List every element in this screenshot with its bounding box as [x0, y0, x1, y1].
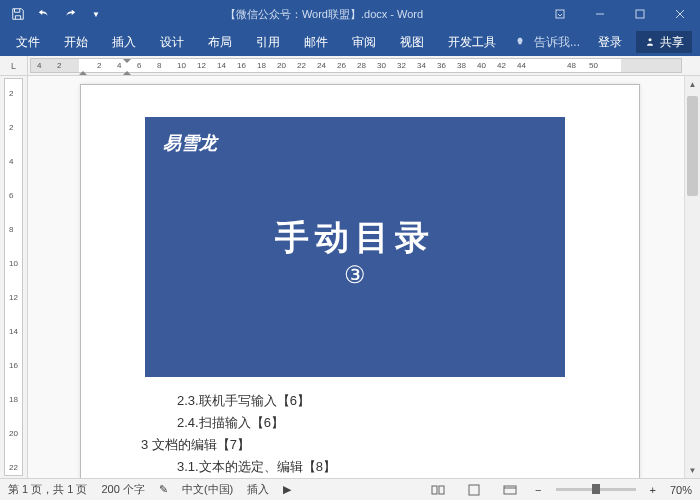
cover-title: 手动目录 — [145, 215, 565, 261]
share-button[interactable]: 共享 — [636, 31, 692, 53]
svg-rect-0 — [556, 10, 564, 18]
zoom-out-button[interactable]: − — [535, 484, 541, 496]
zoom-slider[interactable] — [556, 488, 636, 491]
login-button[interactable]: 登录 — [588, 34, 632, 51]
save-button[interactable] — [6, 2, 30, 26]
read-mode-button[interactable] — [427, 481, 449, 499]
document-area[interactable]: 易雪龙 手动目录 ③ 2.3.联机手写输入【6】 2.4.扫描输入【6】 3 文… — [28, 76, 700, 478]
zoom-slider-thumb[interactable] — [592, 484, 600, 494]
minimize-button[interactable] — [580, 0, 620, 28]
word-count[interactable]: 200 个字 — [101, 482, 144, 497]
scroll-down-button[interactable]: ▼ — [685, 462, 700, 478]
window-title: 【微信公众号：Word联盟】.docx - Word — [108, 7, 540, 22]
tab-file[interactable]: 文件 — [4, 28, 52, 56]
ribbon-options-button[interactable] — [540, 0, 580, 28]
vertical-ruler-area: 2246810121416182022 — [0, 76, 28, 478]
cover-number: ③ — [145, 261, 565, 289]
horizontal-ruler-area: L 42246810121416182022242628303234363840… — [0, 56, 700, 76]
maximize-button[interactable] — [620, 0, 660, 28]
toc: 2.3.联机手写输入【6】 2.4.扫描输入【6】 3 文档的编辑【7】 3.1… — [141, 390, 336, 478]
svg-rect-2 — [636, 10, 644, 18]
undo-button[interactable] — [32, 2, 56, 26]
toc-item: 3.1.文本的选定、编辑【8】 — [177, 456, 336, 478]
share-icon — [644, 36, 656, 48]
tab-developer[interactable]: 开发工具 — [436, 28, 508, 56]
print-layout-button[interactable] — [463, 481, 485, 499]
tell-me-input[interactable]: 告诉我... — [526, 34, 588, 51]
document-page: 易雪龙 手动目录 ③ 2.3.联机手写输入【6】 2.4.扫描输入【6】 3 文… — [80, 84, 640, 478]
quick-access-toolbar: ▼ — [0, 2, 108, 26]
redo-button[interactable] — [58, 2, 82, 26]
spellcheck-icon[interactable]: ✎ — [159, 483, 168, 496]
share-label: 共享 — [660, 34, 684, 51]
vertical-scrollbar[interactable]: ▲ ▼ — [684, 76, 700, 478]
tab-design[interactable]: 设计 — [148, 28, 196, 56]
tab-review[interactable]: 审阅 — [340, 28, 388, 56]
title-bar: ▼ 【微信公众号：Word联盟】.docx - Word — [0, 0, 700, 28]
tab-layout[interactable]: 布局 — [196, 28, 244, 56]
svg-rect-7 — [439, 486, 444, 494]
macro-icon[interactable]: ▶ — [283, 483, 291, 496]
lightbulb-icon — [514, 36, 526, 48]
page-count[interactable]: 第 1 页，共 1 页 — [8, 482, 87, 497]
cover-box: 易雪龙 手动目录 ③ — [145, 117, 565, 377]
scrollbar-thumb[interactable] — [687, 96, 698, 196]
qat-customize-button[interactable]: ▼ — [84, 2, 108, 26]
toc-item: 2.4.扫描输入【6】 — [177, 412, 336, 434]
language-status[interactable]: 中文(中国) — [182, 482, 233, 497]
svg-rect-6 — [432, 486, 437, 494]
ruler-corner[interactable]: L — [0, 56, 28, 75]
scroll-up-button[interactable]: ▲ — [685, 76, 700, 92]
insert-mode[interactable]: 插入 — [247, 482, 269, 497]
ribbon-tabs: 文件 开始 插入 设计 布局 引用 邮件 审阅 视图 开发工具 告诉我... 登… — [0, 28, 700, 56]
window-controls — [540, 0, 700, 28]
vertical-ruler[interactable]: 2246810121416182022 — [4, 78, 23, 476]
tab-view[interactable]: 视图 — [388, 28, 436, 56]
svg-rect-8 — [469, 485, 479, 495]
close-button[interactable] — [660, 0, 700, 28]
tab-home[interactable]: 开始 — [52, 28, 100, 56]
cover-logo: 易雪龙 — [163, 131, 217, 155]
zoom-in-button[interactable]: + — [650, 484, 656, 496]
horizontal-ruler[interactable]: 4224681012141618202224262830323436384042… — [30, 58, 682, 73]
svg-point-5 — [649, 38, 652, 41]
toc-item: 3 文档的编辑【7】 — [141, 434, 336, 456]
tab-insert[interactable]: 插入 — [100, 28, 148, 56]
workspace: 2246810121416182022 易雪龙 手动目录 ③ 2.3.联机手写输… — [0, 76, 700, 478]
status-bar: 第 1 页，共 1 页 200 个字 ✎ 中文(中国) 插入 ▶ − + 70% — [0, 478, 700, 500]
web-layout-button[interactable] — [499, 481, 521, 499]
tab-references[interactable]: 引用 — [244, 28, 292, 56]
svg-rect-9 — [504, 486, 516, 494]
zoom-level[interactable]: 70% — [670, 484, 692, 496]
toc-item: 2.3.联机手写输入【6】 — [177, 390, 336, 412]
tab-mailings[interactable]: 邮件 — [292, 28, 340, 56]
